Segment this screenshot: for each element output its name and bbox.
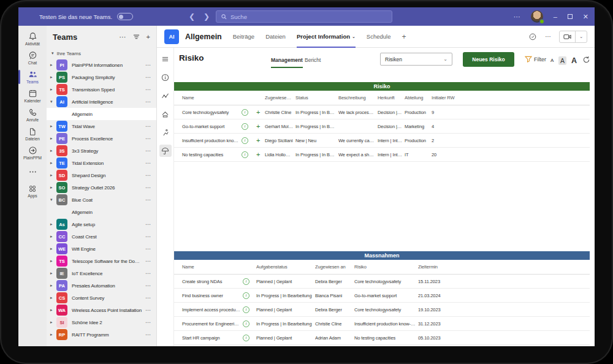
info-icon[interactable]: i [243, 306, 249, 313]
rail-item-plainppm[interactable]: PlainPPM [18, 143, 47, 162]
risks-umbrella-icon[interactable] [159, 145, 172, 157]
titlebar-more-icon[interactable]: ⋯ [514, 13, 520, 21]
team-row[interactable]: ▸ RP RAITT Programm ⋯ [47, 328, 156, 341]
info-icon[interactable]: i [243, 320, 249, 327]
table-row[interactable]: Start HR campaign i Planned | Geplant Ad… [174, 331, 590, 345]
rail-item-calendar[interactable]: Kalender [18, 86, 47, 105]
info-nav-icon[interactable] [159, 71, 172, 83]
rail-item-more[interactable] [18, 162, 47, 181]
font-size-large-button[interactable]: A [571, 56, 577, 65]
team-more-icon[interactable]: ⋯ [143, 62, 151, 68]
team-more-icon[interactable]: ⋯ [143, 233, 151, 240]
team-more-icon[interactable]: ⋯ [143, 160, 151, 166]
team-row[interactable]: ▸ TS Transmission Spped ⋯ [47, 83, 156, 96]
channel-more-icon[interactable]: ⋯ [545, 33, 551, 40]
sidebar-more-icon[interactable]: ⋯ [120, 33, 126, 41]
team-row[interactable]: ▸ PS Packaging Simplicity ⋯ [47, 71, 156, 83]
team-more-icon[interactable]: ⋯ [143, 307, 151, 313]
team-more-icon[interactable]: ⋯ [143, 135, 151, 142]
team-more-icon[interactable]: ⋯ [143, 332, 151, 338]
team-more-icon[interactable]: ⋯ [143, 123, 151, 129]
team-more-icon[interactable]: ⋯ [143, 295, 151, 301]
team-more-icon[interactable]: ⋯ [143, 86, 151, 93]
team-row[interactable]: ▸ TE Tidal Extension ⋯ [47, 157, 156, 169]
table-row[interactable]: Implement access procedures i Planned | … [174, 303, 590, 317]
team-row[interactable]: ▸ TW Tidal Wave ⋯ [47, 120, 156, 132]
rail-item-chat[interactable]: Chat [18, 48, 47, 67]
activities-icon[interactable] [159, 126, 172, 138]
team-row[interactable]: ▸ PI PlainPPM Informationen ⋯ [47, 59, 156, 71]
table-row[interactable]: Find business owner i In Progress | In B… [174, 289, 590, 303]
forward-icon[interactable]: ❯ [204, 12, 210, 21]
info-icon[interactable]: i [242, 109, 248, 116]
close-button[interactable]: ✕ [583, 13, 588, 21]
team-row[interactable]: ▸ TS Telescope Software for the Dominion… [47, 255, 156, 267]
join-create-team-icon[interactable]: + [147, 33, 150, 40]
rail-item-files[interactable]: Dateien [18, 124, 47, 143]
info-icon[interactable]: i [243, 278, 249, 285]
team-more-icon[interactable]: ⋯ [143, 282, 151, 289]
team-row[interactable]: ▸ SI Schöne Idee 2 ⋯ [47, 316, 156, 328]
team-more-icon[interactable]: ⋯ [143, 197, 151, 203]
team-row[interactable]: Allgemein [47, 206, 156, 218]
channel-chat-icon[interactable] [528, 32, 537, 41]
font-size-small-button[interactable]: A [550, 58, 554, 63]
filter-button[interactable]: Filter [525, 56, 546, 63]
team-row[interactable]: ▸ WA Wireless Access Point Installation … [47, 304, 156, 316]
new-risk-button[interactable]: Neues Risiko [463, 52, 514, 67]
back-icon[interactable]: ❮ [189, 12, 195, 21]
search-input[interactable]: Suche [216, 10, 392, 23]
table-row[interactable]: Go-to-market support i + Gerhart Moller … [174, 119, 590, 134]
filter-list-icon[interactable] [133, 34, 140, 40]
your-teams-section[interactable]: ▾ Ihre Teams [47, 48, 156, 59]
rail-item-calls[interactable]: Anrufe [18, 105, 47, 124]
team-row[interactable]: ▸ 3S 3x3 Strategy ⋯ [47, 145, 156, 157]
table-row[interactable]: Create strong NDAs i Planned | Geplant D… [174, 275, 590, 289]
new-teams-toggle[interactable] [117, 13, 133, 20]
team-more-icon[interactable]: ⋯ [143, 221, 151, 227]
rail-item-activity[interactable]: Aktivität [18, 29, 47, 48]
team-more-icon[interactable]: ⋯ [143, 148, 151, 154]
team-row[interactable]: ▸ As Agile setup ⋯ [47, 218, 156, 230]
milestones-icon[interactable] [159, 89, 172, 102]
team-row[interactable]: ▸ IE IoT Excellence ⋯ [47, 267, 156, 279]
rail-item-apps[interactable]: Apps [18, 181, 47, 200]
team-row[interactable]: ▾ BC Blue Coat ⋯ [47, 194, 156, 206]
tab-project-information[interactable]: Project Information ⌄ [297, 26, 356, 48]
deliverables-icon[interactable] [159, 108, 172, 120]
team-more-icon[interactable]: ⋯ [143, 99, 151, 105]
add-tab-button[interactable]: + [402, 26, 406, 48]
maximize-button[interactable] [568, 14, 573, 19]
team-more-icon[interactable]: ⋯ [143, 258, 151, 264]
team-row[interactable]: ▸ SO Strategy Outlet 2026 ⋯ [47, 181, 156, 194]
menu-icon[interactable] [159, 53, 172, 65]
team-more-icon[interactable]: ⋯ [143, 172, 151, 178]
add-icon[interactable]: + [256, 137, 260, 144]
table-row[interactable]: Insufficient production know-hor i + Die… [174, 134, 590, 148]
meet-button[interactable]: ⌄ [559, 31, 587, 43]
team-more-icon[interactable]: ⋯ [143, 270, 151, 276]
info-icon[interactable]: i [243, 335, 249, 341]
tab-management[interactable]: Management [271, 57, 303, 68]
team-more-icon[interactable]: ⋯ [143, 74, 151, 80]
tab-files[interactable]: Dateien [265, 26, 286, 48]
entity-select[interactable]: Risiken ⌄ [380, 53, 452, 66]
team-row[interactable]: ▸ WE Wifi Engine ⋯ [47, 243, 156, 255]
team-row[interactable]: ▸ CS Content Survey ⋯ [47, 292, 156, 304]
table-row[interactable]: Procurement for Engineering partner i In… [174, 317, 590, 331]
tab-posts[interactable]: Beiträge [233, 26, 254, 48]
info-icon[interactable]: i [243, 292, 249, 299]
table-row[interactable]: Core technologyvsafety i + Christie Clin… [174, 105, 590, 119]
team-row[interactable]: ▸ PA Presales Automation ⋯ [47, 279, 156, 292]
tab-schedule[interactable]: Schedule [367, 26, 391, 48]
team-row[interactable]: ▸ SD Shepard Design ⋯ [47, 169, 156, 181]
team-row[interactable]: ▾ AI Artificial Intelligence ⋯ [47, 96, 156, 108]
font-size-medium-button[interactable]: A [558, 56, 566, 65]
team-row[interactable]: ▸ CC Coast Crest ⋯ [47, 230, 156, 243]
rail-item-teams[interactable]: Teams [18, 67, 47, 86]
team-row[interactable]: Allgemein [47, 108, 156, 120]
add-icon[interactable]: + [256, 151, 260, 158]
avatar[interactable] [531, 10, 543, 23]
team-row[interactable]: ▸ PE Process Excellence ⋯ [47, 132, 156, 145]
add-icon[interactable]: + [256, 109, 260, 116]
